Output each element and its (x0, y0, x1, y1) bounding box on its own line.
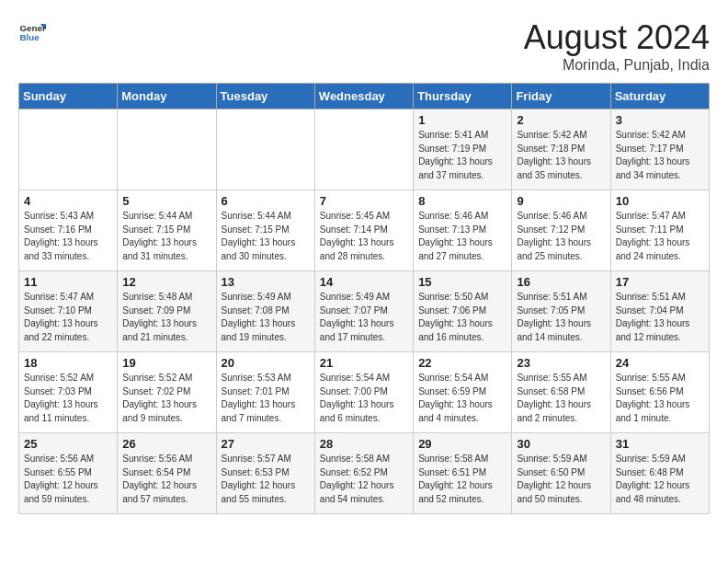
calendar-cell: 4Sunrise: 5:43 AM Sunset: 7:16 PM Daylig… (19, 190, 118, 271)
calendar-cell: 5Sunrise: 5:44 AM Sunset: 7:15 PM Daylig… (118, 190, 216, 271)
cell-content: Sunrise: 5:51 AM Sunset: 7:04 PM Dayligh… (616, 291, 704, 344)
location: Morinda, Punjab, India (524, 57, 710, 74)
cell-content: Sunrise: 5:47 AM Sunset: 7:11 PM Dayligh… (616, 210, 704, 263)
calendar-cell: 7Sunrise: 5:45 AM Sunset: 7:14 PM Daylig… (314, 190, 413, 271)
calendar-cell: 22Sunrise: 5:54 AM Sunset: 6:59 PM Dayli… (414, 352, 512, 433)
calendar-cell: 10Sunrise: 5:47 AM Sunset: 7:11 PM Dayli… (610, 190, 709, 271)
cell-content: Sunrise: 5:58 AM Sunset: 6:52 PM Dayligh… (320, 453, 408, 506)
day-number: 19 (122, 356, 210, 370)
calendar-cell (216, 109, 314, 190)
calendar-cell: 23Sunrise: 5:55 AM Sunset: 6:58 PM Dayli… (512, 352, 610, 433)
cell-content: Sunrise: 5:59 AM Sunset: 6:50 PM Dayligh… (517, 453, 605, 506)
cell-content: Sunrise: 5:57 AM Sunset: 6:53 PM Dayligh… (222, 453, 310, 506)
day-number: 26 (122, 437, 210, 451)
day-number: 25 (24, 437, 112, 451)
day-number: 11 (24, 275, 112, 289)
calendar-table: SundayMondayTuesdayWednesdayThursdayFrid… (18, 83, 710, 514)
cell-content: Sunrise: 5:58 AM Sunset: 6:51 PM Dayligh… (418, 453, 506, 506)
day-number: 8 (418, 194, 506, 208)
day-number: 1 (418, 113, 506, 127)
cell-content: Sunrise: 5:54 AM Sunset: 6:59 PM Dayligh… (418, 372, 506, 425)
calendar-cell (314, 109, 413, 190)
day-number: 16 (517, 275, 605, 289)
calendar-cell: 24Sunrise: 5:55 AM Sunset: 6:56 PM Dayli… (610, 352, 709, 433)
calendar-cell: 9Sunrise: 5:46 AM Sunset: 7:12 PM Daylig… (512, 190, 610, 271)
day-number: 21 (320, 356, 408, 370)
calendar-cell: 26Sunrise: 5:56 AM Sunset: 6:54 PM Dayli… (118, 433, 216, 514)
day-number: 14 (320, 275, 408, 289)
week-row-5: 25Sunrise: 5:56 AM Sunset: 6:55 PM Dayli… (19, 433, 710, 514)
day-number: 5 (122, 194, 210, 208)
calendar-cell: 6Sunrise: 5:44 AM Sunset: 7:15 PM Daylig… (216, 190, 314, 271)
calendar-cell: 2Sunrise: 5:42 AM Sunset: 7:18 PM Daylig… (512, 109, 610, 190)
weekday-saturday: Saturday (610, 84, 709, 109)
title-block: August 2024 Morinda, Punjab, India (524, 18, 710, 74)
calendar-cell: 19Sunrise: 5:52 AM Sunset: 7:02 PM Dayli… (118, 352, 216, 433)
cell-content: Sunrise: 5:43 AM Sunset: 7:16 PM Dayligh… (24, 210, 112, 263)
weekday-wednesday: Wednesday (314, 84, 413, 109)
cell-content: Sunrise: 5:44 AM Sunset: 7:15 PM Dayligh… (122, 210, 210, 263)
day-number: 10 (616, 194, 704, 208)
cell-content: Sunrise: 5:46 AM Sunset: 7:13 PM Dayligh… (418, 210, 506, 263)
cell-content: Sunrise: 5:54 AM Sunset: 7:00 PM Dayligh… (320, 372, 408, 425)
weekday-header-row: SundayMondayTuesdayWednesdayThursdayFrid… (19, 84, 710, 109)
cell-content: Sunrise: 5:55 AM Sunset: 6:58 PM Dayligh… (517, 372, 605, 425)
weekday-monday: Monday (118, 84, 216, 109)
logo-icon: General Blue (18, 18, 46, 46)
weekday-sunday: Sunday (19, 84, 118, 109)
weekday-thursday: Thursday (414, 84, 512, 109)
cell-content: Sunrise: 5:49 AM Sunset: 7:07 PM Dayligh… (320, 291, 408, 344)
calendar-cell: 25Sunrise: 5:56 AM Sunset: 6:55 PM Dayli… (19, 433, 118, 514)
svg-text:Blue: Blue (20, 32, 40, 42)
cell-content: Sunrise: 5:56 AM Sunset: 6:55 PM Dayligh… (24, 453, 112, 506)
calendar-cell: 14Sunrise: 5:49 AM Sunset: 7:07 PM Dayli… (314, 271, 413, 352)
day-number: 3 (616, 113, 704, 127)
cell-content: Sunrise: 5:51 AM Sunset: 7:05 PM Dayligh… (517, 291, 605, 344)
calendar-cell: 11Sunrise: 5:47 AM Sunset: 7:10 PM Dayli… (19, 271, 118, 352)
day-number: 23 (517, 356, 605, 370)
calendar-cell: 29Sunrise: 5:58 AM Sunset: 6:51 PM Dayli… (414, 433, 512, 514)
calendar-cell: 8Sunrise: 5:46 AM Sunset: 7:13 PM Daylig… (414, 190, 512, 271)
day-number: 22 (418, 356, 506, 370)
cell-content: Sunrise: 5:47 AM Sunset: 7:10 PM Dayligh… (24, 291, 112, 344)
cell-content: Sunrise: 5:41 AM Sunset: 7:19 PM Dayligh… (418, 129, 506, 182)
cell-content: Sunrise: 5:50 AM Sunset: 7:06 PM Dayligh… (418, 291, 506, 344)
calendar-cell: 27Sunrise: 5:57 AM Sunset: 6:53 PM Dayli… (216, 433, 314, 514)
calendar-cell: 16Sunrise: 5:51 AM Sunset: 7:05 PM Dayli… (512, 271, 610, 352)
calendar-cell: 17Sunrise: 5:51 AM Sunset: 7:04 PM Dayli… (610, 271, 709, 352)
day-number: 9 (517, 194, 605, 208)
day-number: 18 (24, 356, 112, 370)
week-row-3: 11Sunrise: 5:47 AM Sunset: 7:10 PM Dayli… (19, 271, 710, 352)
cell-content: Sunrise: 5:42 AM Sunset: 7:18 PM Dayligh… (517, 129, 605, 182)
day-number: 15 (418, 275, 506, 289)
cell-content: Sunrise: 5:49 AM Sunset: 7:08 PM Dayligh… (222, 291, 310, 344)
cell-content: Sunrise: 5:53 AM Sunset: 7:01 PM Dayligh… (222, 372, 310, 425)
day-number: 29 (418, 437, 506, 451)
cell-content: Sunrise: 5:42 AM Sunset: 7:17 PM Dayligh… (616, 129, 704, 182)
day-number: 12 (122, 275, 210, 289)
day-number: 27 (222, 437, 310, 451)
day-number: 13 (222, 275, 310, 289)
day-number: 7 (320, 194, 408, 208)
cell-content: Sunrise: 5:45 AM Sunset: 7:14 PM Dayligh… (320, 210, 408, 263)
week-row-4: 18Sunrise: 5:52 AM Sunset: 7:03 PM Dayli… (19, 352, 710, 433)
calendar-cell (118, 109, 216, 190)
calendar-cell: 12Sunrise: 5:48 AM Sunset: 7:09 PM Dayli… (118, 271, 216, 352)
day-number: 2 (517, 113, 605, 127)
cell-content: Sunrise: 5:48 AM Sunset: 7:09 PM Dayligh… (122, 291, 210, 344)
day-number: 20 (222, 356, 310, 370)
day-number: 17 (616, 275, 704, 289)
calendar-cell: 15Sunrise: 5:50 AM Sunset: 7:06 PM Dayli… (414, 271, 512, 352)
calendar-cell: 13Sunrise: 5:49 AM Sunset: 7:08 PM Dayli… (216, 271, 314, 352)
day-number: 6 (222, 194, 310, 208)
calendar-cell (19, 109, 118, 190)
calendar-cell: 1Sunrise: 5:41 AM Sunset: 7:19 PM Daylig… (414, 109, 512, 190)
day-number: 30 (517, 437, 605, 451)
day-number: 28 (320, 437, 408, 451)
page-header: General Blue August 2024 Morinda, Punjab… (18, 18, 710, 74)
cell-content: Sunrise: 5:56 AM Sunset: 6:54 PM Dayligh… (122, 453, 210, 506)
cell-content: Sunrise: 5:55 AM Sunset: 6:56 PM Dayligh… (616, 372, 704, 425)
week-row-2: 4Sunrise: 5:43 AM Sunset: 7:16 PM Daylig… (19, 190, 710, 271)
cell-content: Sunrise: 5:52 AM Sunset: 7:02 PM Dayligh… (122, 372, 210, 425)
calendar-cell: 28Sunrise: 5:58 AM Sunset: 6:52 PM Dayli… (314, 433, 413, 514)
